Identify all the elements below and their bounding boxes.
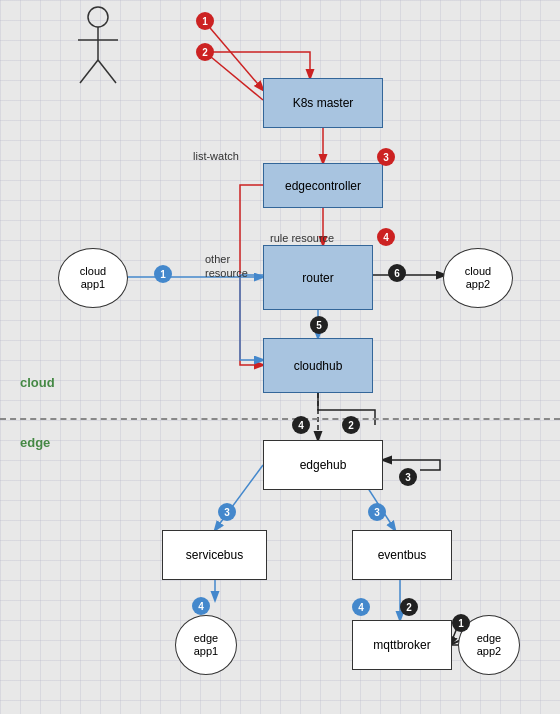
cloud-edge-separator <box>0 418 560 420</box>
servicebus-label: servicebus <box>186 548 243 562</box>
k8s-master-label: K8s master <box>293 96 354 110</box>
edgehub-box: edgehub <box>263 440 383 490</box>
cloud-app2-circle: cloudapp2 <box>443 248 513 308</box>
cloud-app1-circle: cloudapp1 <box>58 248 128 308</box>
badge-black-2-edge: 2 <box>342 416 360 434</box>
k8s-master-box: K8s master <box>263 78 383 128</box>
edge-section-label: edge <box>20 435 50 450</box>
edgecontroller-box: edgecontroller <box>263 163 383 208</box>
cloud-app1-label: cloudapp1 <box>80 265 106 291</box>
svg-line-8 <box>215 465 263 530</box>
badge-black-4-edge: 4 <box>292 416 310 434</box>
badge-black-5: 5 <box>310 316 328 334</box>
badge-blue-1-cloud: 1 <box>154 265 172 283</box>
badge-black-6: 6 <box>388 264 406 282</box>
edge-app2-label: edgeapp2 <box>477 632 501 658</box>
badge-red-4: 4 <box>377 228 395 246</box>
servicebus-box: servicebus <box>162 530 267 580</box>
router-label: router <box>302 271 333 285</box>
mqttbroker-box: mqttbroker <box>352 620 452 670</box>
badge-blue-3-servicebus: 3 <box>218 503 236 521</box>
cloud-app2-label: cloudapp2 <box>465 265 491 291</box>
badge-red-2: 2 <box>196 43 214 61</box>
badge-blue-4-edgeapp1: 4 <box>192 597 210 615</box>
badge-black-2-mqtt: 2 <box>400 598 418 616</box>
svg-point-16 <box>88 7 108 27</box>
edge-app1-circle: edgeapp1 <box>175 615 237 675</box>
cloud-section-label: cloud <box>20 375 55 390</box>
svg-line-1 <box>205 52 263 100</box>
svg-line-19 <box>80 60 98 83</box>
other-resource-label: otherresource <box>205 252 248 281</box>
person-icon <box>68 5 128 90</box>
edgehub-label: edgehub <box>300 458 347 472</box>
diagram: K8s master edgecontroller router cloudhu… <box>0 0 560 714</box>
edge-app1-label: edgeapp1 <box>194 632 218 658</box>
cloudhub-label: cloudhub <box>294 359 343 373</box>
list-watch-label: list-watch <box>193 150 239 162</box>
svg-line-20 <box>98 60 116 83</box>
badge-black-1-app2: 1 <box>452 614 470 632</box>
eventbus-label: eventbus <box>378 548 427 562</box>
badge-blue-4-mqttbroker: 4 <box>352 598 370 616</box>
badge-black-3-edgehub: 3 <box>399 468 417 486</box>
mqttbroker-label: mqttbroker <box>373 638 430 652</box>
cloudhub-box: cloudhub <box>263 338 373 393</box>
badge-red-1: 1 <box>196 12 214 30</box>
eventbus-box: eventbus <box>352 530 452 580</box>
edgecontroller-label: edgecontroller <box>285 179 361 193</box>
svg-line-0 <box>205 22 263 90</box>
badge-red-3: 3 <box>377 148 395 166</box>
router-box: router <box>263 245 373 310</box>
rule-resource-label: rule resource <box>270 232 334 244</box>
badge-blue-3-eventbus: 3 <box>368 503 386 521</box>
